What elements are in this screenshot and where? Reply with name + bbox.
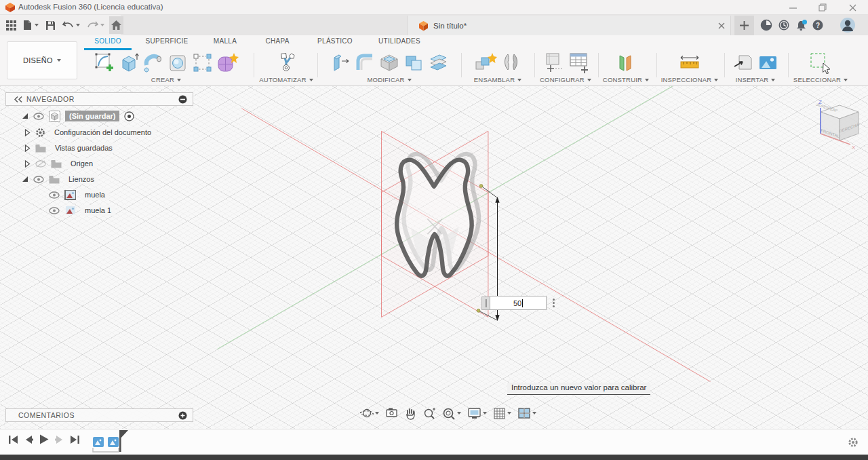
expanded-icon[interactable] [22, 176, 28, 183]
add-comment-icon[interactable] [178, 411, 187, 420]
tree-row-muela[interactable]: muela [49, 188, 109, 202]
panel-display-toggle-icon[interactable] [178, 95, 187, 104]
configure-cube-icon[interactable] [542, 51, 565, 74]
joint-icon[interactable] [500, 51, 522, 74]
redo-button[interactable] [85, 16, 106, 34]
group-label-modificar[interactable]: MODIFICAR [367, 76, 411, 83]
create-form-icon[interactable] [216, 52, 239, 74]
avatar[interactable] [840, 17, 856, 33]
group-label-automatizar[interactable]: AUTOMATIZAR [259, 76, 313, 83]
group-label-crear[interactable]: CREAR [151, 76, 181, 83]
group-label-ensamblar[interactable]: ENSAMBLAR [474, 76, 521, 83]
look-at-button[interactable] [384, 406, 399, 421]
pan-button[interactable] [403, 406, 418, 421]
comments-panel-header[interactable]: COMENTARIOS [5, 408, 193, 422]
orbit-button[interactable] [359, 405, 380, 421]
configure-table-icon[interactable] [567, 51, 590, 74]
collapsed-icon[interactable] [24, 129, 31, 136]
go-to-end-button[interactable] [70, 435, 80, 444]
cylinder-primitive-icon[interactable] [167, 52, 189, 74]
tab-solido[interactable]: SOLIDO [89, 37, 127, 48]
home-view-button[interactable] [109, 16, 123, 34]
document-tab[interactable]: Sin título* [407, 16, 731, 35]
collapsed-icon[interactable] [24, 160, 31, 168]
step-forward-button[interactable] [55, 435, 64, 444]
zoom-window-button[interactable] [441, 406, 462, 421]
viewports-button[interactable] [516, 406, 538, 421]
automate-icon[interactable] [275, 51, 298, 74]
insert-canvas-icon[interactable] [757, 52, 779, 74]
extensions-icon[interactable] [758, 17, 774, 33]
notifications-icon[interactable] [793, 17, 810, 33]
visibility-off-eye-icon[interactable] [35, 160, 46, 168]
timeline-feature-canvas-1[interactable] [93, 437, 104, 447]
timeline-settings-gear-icon[interactable] [848, 437, 859, 448]
insert-derive-icon[interactable] [732, 52, 755, 74]
collapse-panel-icon[interactable] [14, 96, 22, 102]
group-label-inspeccionar[interactable]: INSPECCIONAR [661, 76, 719, 83]
tree-row-document[interactable]: (Sin guardar) [22, 109, 134, 123]
timeline-feature-canvas-2[interactable] [108, 437, 119, 447]
restore-button[interactable] [811, 0, 834, 15]
workspace-switcher[interactable]: DISEÑO [7, 41, 77, 79]
group-label-configurar[interactable]: CONFIGURAR [540, 76, 591, 83]
press-pull-icon[interactable] [330, 52, 352, 74]
pattern-icon[interactable] [191, 52, 214, 74]
visibility-eye-icon[interactable] [49, 191, 60, 199]
go-to-start-button[interactable] [8, 435, 18, 444]
step-back-button[interactable] [24, 435, 33, 444]
extrude-icon[interactable] [118, 52, 140, 74]
dimension-input[interactable]: 50 [490, 296, 547, 310]
activate-radio-icon[interactable] [124, 111, 134, 121]
play-button[interactable] [39, 434, 49, 444]
apps-grid-icon[interactable] [4, 16, 18, 34]
fillet-icon[interactable] [354, 52, 376, 74]
undo-button[interactable] [60, 16, 82, 34]
collapsed-icon[interactable] [24, 145, 31, 152]
shell-icon[interactable] [378, 52, 401, 74]
tree-row-saved-views[interactable]: Vistas guardadas [24, 141, 117, 155]
tree-row-canvases[interactable]: Lienzos [22, 172, 98, 186]
tab-plastico[interactable]: PLÁSTICO [315, 37, 355, 48]
visibility-eye-icon[interactable] [33, 113, 44, 120]
group-label-seleccionar[interactable]: SELECCIONAR [793, 76, 848, 83]
visibility-eye-icon[interactable] [33, 176, 44, 183]
file-menu-button[interactable] [21, 16, 41, 34]
close-window-button[interactable] [841, 0, 864, 15]
tab-utilidades[interactable]: UTILIDADES [378, 37, 420, 48]
measure-icon[interactable] [677, 51, 702, 74]
create-sketch-icon[interactable] [94, 52, 116, 74]
job-status-icon[interactable] [776, 17, 792, 33]
dimension-options-kebab-icon[interactable] [553, 299, 555, 307]
tree-row-doc-settings[interactable]: Configuración del documento [24, 126, 155, 139]
tree-row-origin[interactable]: Origen [24, 157, 97, 170]
split-body-icon[interactable] [427, 52, 450, 74]
tab-chapa[interactable]: CHAPA [261, 37, 294, 48]
close-tab-icon[interactable] [718, 20, 725, 32]
visibility-eye-icon[interactable] [49, 207, 60, 214]
minimize-button[interactable] [781, 0, 804, 15]
tab-malla[interactable]: MALLA [209, 37, 241, 48]
grid-settings-button[interactable] [492, 406, 513, 421]
timeline-marker[interactable] [118, 430, 129, 453]
select-icon[interactable] [807, 51, 834, 74]
expanded-icon[interactable] [22, 113, 28, 119]
tab-superficie[interactable]: SUPERFICIE [141, 37, 193, 48]
display-settings-button[interactable] [466, 406, 488, 421]
calibrate-point-bottom[interactable] [477, 309, 480, 312]
new-component-icon[interactable] [473, 51, 498, 74]
view-cube[interactable]: SUPERIOR FRONTAL DERECHA Z X [811, 96, 868, 153]
combine-icon[interactable] [403, 52, 425, 74]
construct-plane-icon[interactable] [614, 51, 637, 74]
tree-row-muela-1[interactable]: muela 1 [49, 204, 115, 217]
save-button[interactable] [43, 16, 58, 34]
revolve-icon[interactable] [142, 52, 165, 74]
zoom-button[interactable] [421, 406, 437, 421]
dimension-input-grip[interactable] [481, 296, 490, 310]
group-label-insertar[interactable]: INSERTAR [736, 76, 776, 83]
group-label-construir[interactable]: CONSTRUIR [603, 76, 649, 83]
viewport-canvas[interactable]: NAVEGADOR (Sin guardar) Configuración de… [0, 86, 868, 429]
calibrate-point-top[interactable] [479, 185, 483, 188]
help-icon[interactable]: ? [810, 17, 826, 33]
new-tab-button[interactable] [734, 16, 754, 35]
